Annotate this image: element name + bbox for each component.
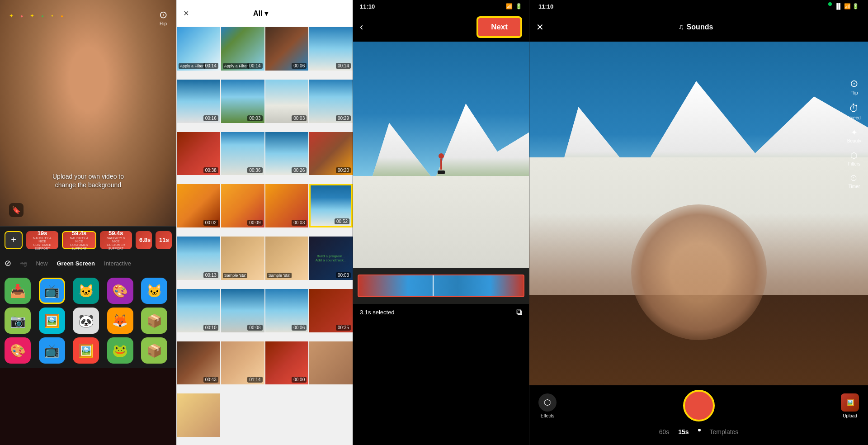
thumb-label-1: Apply a Filter [223,63,250,69]
app-icon-12[interactable]: 🖼️ [73,337,99,364]
ctrl-speed[interactable]: ⏱ Speed [847,103,861,120]
bottom-action-row: ⬡ Effects 🖼️ Upload [529,390,868,421]
gallery-thumb-2[interactable]: 00:06 [265,27,309,71]
duration-item-2[interactable]: 59.4s NAUGHTY & NICECUSTOMER SUPPORT [100,231,132,249]
app-icon-13[interactable]: 🐸 [107,337,133,364]
gallery-thumb-13[interactable]: 00:09 [221,184,264,227]
gallery-thumb-12[interactable]: 00:02 [177,184,220,227]
app-icon-11[interactable]: 📺 [39,337,65,364]
gallery-thumb-18[interactable]: Sample 'sta' [265,237,309,280]
thumb-duration-15: 00:52 [335,218,349,224]
app-icon-14[interactable]: 📦 [141,337,167,364]
app-icon-5[interactable]: 📷 [5,308,31,334]
active-tab-dot [698,429,701,431]
thumb-duration-10: 00:26 [292,167,307,173]
thumb-duration-24: 00:43 [203,377,218,383]
effect-tabs: ⊘ ng New Green Screen Interactive [0,253,176,273]
gallery-thumb-8[interactable]: 00:38 [177,132,220,175]
app-icon-8[interactable]: 🦊 [107,308,133,334]
close-rec-button[interactable]: ✕ [536,22,544,33]
copy-icon[interactable]: ⧉ [516,308,522,317]
flip-button[interactable]: ⊙ Flip [159,9,167,26]
thumb-duration-25: 01:14 [247,377,262,383]
gallery-thumb-9[interactable]: 00:36 [221,132,264,175]
duration-item-4[interactable]: 11s [156,231,172,249]
gallery-thumb-19[interactable]: Build a program...Add a soundtrack... 00… [309,237,353,280]
rec-status-icons: ▐▌ 📶 🔋 [835,3,859,9]
ctrl-timer[interactable]: ⏲ Timer [847,174,861,189]
ctrl-flip[interactable]: ⊙ Flip [847,78,861,95]
app-icon-0[interactable]: 📥 [5,278,31,304]
app-icon-10[interactable]: 🎨 [5,337,31,364]
gallery-thumb-20[interactable]: 00:10 [177,289,220,332]
gallery-thumb-21[interactable]: 00:08 [221,289,264,332]
video-bg [353,42,529,304]
gallery-title: All [253,9,262,18]
app-icon-4[interactable]: 🐱 [141,278,167,304]
gallery-thumb-0[interactable]: Apply a Filter 00:14 [177,27,220,71]
gallery-dropdown[interactable]: All ▾ [193,9,328,18]
gallery-thumb-27[interactable] [309,341,353,385]
rec-header: ✕ ♫ Sounds [529,13,868,42]
gallery-thumb-1[interactable]: Apply a Filter 00:14 [221,27,264,71]
gallery-thumb-23[interactable]: 00:35 [309,289,353,332]
record-button[interactable] [683,390,715,421]
rec-bottom-controls: ⬡ Effects 🖼️ Upload 60s 15s Templates [529,385,868,445]
thumb-duration-20: 00:10 [203,325,218,331]
gallery-thumb-24[interactable]: 00:43 [177,341,220,385]
app-icon-9[interactable]: 📦 [141,308,167,334]
tab-interactive[interactable]: Interactive [104,260,131,267]
gallery-thumb-11[interactable]: 00:20 [309,132,353,175]
app-icon-2[interactable]: 🐱 [73,278,99,304]
gallery-thumb-6[interactable]: 00:03 [265,80,309,123]
app-icon-1[interactable]: 📺 [39,278,65,304]
gallery-thumb-17[interactable]: Sample 'sta' [221,237,264,280]
rec-status-bar: 11:10 ▐▌ 📶 🔋 [529,0,868,13]
tab-new[interactable]: New [36,260,47,267]
duration-item-3[interactable]: 6.8s [136,231,152,249]
next-button[interactable]: Next [476,16,522,38]
gallery-thumb-16[interactable]: 00:13 [177,237,220,280]
gallery-thumb-15[interactable]: 00:52 [309,184,353,227]
timeline-bar[interactable] [358,275,524,297]
gallery-thumb-22[interactable]: 00:06 [265,289,309,332]
duration-item-0[interactable]: 19s NAUGHTY & NICECUSTOMER SUPPORT [26,231,58,249]
bookmark-button[interactable]: 🔖 [9,203,24,217]
timeline-area[interactable] [353,268,529,304]
tab-green-screen[interactable]: Green Screen [57,260,95,267]
duration-item-1[interactable]: 59.4s NAUGHTY & NICECUSTOMER SUPPORT [62,231,96,249]
app-icon-6[interactable]: 🖼️ [39,308,65,334]
effects-button[interactable]: ⬡ Effects [538,393,557,418]
tab-ng[interactable]: ng [20,260,27,267]
dur-tab-templates[interactable]: Templates [710,428,739,436]
flip-label: Flip [160,21,167,26]
gallery-thumb-25[interactable]: 01:14 [221,341,264,385]
dur-tab-15s[interactable]: 15s [678,428,689,436]
gallery-thumb-4[interactable]: 00:16 [177,80,220,123]
editor-bottom-bar: 3.1s selected ⧉ [353,304,529,321]
ctrl-beauty[interactable]: ✦ Beauty [847,128,861,143]
gallery-thumb-28[interactable] [177,393,220,437]
ctrl-filters[interactable]: ⬡ Filters [847,151,861,166]
app-icon-3[interactable]: 🎨 [107,278,133,304]
camera-face-bg: ✦ ● ✦ ● ✦ ● Upload your own video to cha… [0,0,176,226]
thumb-duration-4: 00:16 [203,115,218,121]
app-icon-7[interactable]: 🐼 [73,308,99,334]
gallery-thumb-3[interactable]: 00:14 [309,27,353,71]
close-gallery-button[interactable]: × [184,8,189,19]
upload-button[interactable]: 🖼️ Upload [841,393,859,418]
duration-strip: + 19s NAUGHTY & NICECUSTOMER SUPPORT 59.… [0,226,176,253]
add-clip-button[interactable]: + [5,231,23,249]
gallery-thumb-26[interactable]: 00:00 [265,341,309,385]
sounds-label: Sounds [687,23,713,31]
gallery-thumb-14[interactable]: 00:03 [265,184,309,227]
music-icon: ♫ [679,23,684,31]
gallery-thumb-10[interactable]: 00:26 [265,132,309,175]
thumb-duration-5: 00:03 [247,115,262,121]
editor-header: ‹ Next [353,13,529,42]
dur-tab-60s[interactable]: 60s [659,428,670,436]
apps-grid: 📥 📺 🐱 🎨 🐱 📷 🖼️ 🐼 🦊 📦 🎨 📺 🖼️ 🐸 📦 [0,273,176,368]
gallery-thumb-5[interactable]: 00:03 [221,80,264,123]
gallery-thumb-7[interactable]: 00:29 [309,80,353,123]
back-button[interactable]: ‹ [360,21,363,33]
